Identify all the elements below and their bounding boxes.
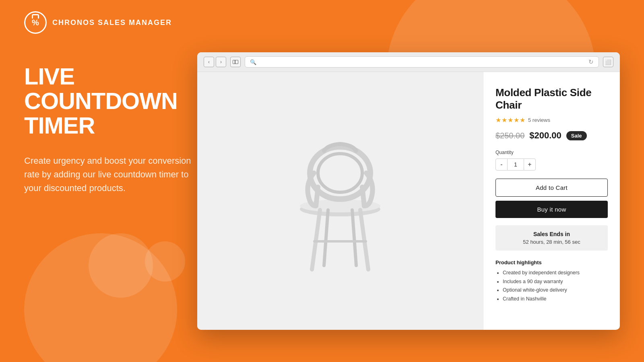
headline-line1: LIVE COUNTDOWN <box>24 63 178 114</box>
share-button[interactable]: ⬜ <box>603 57 613 67</box>
highlights-title: Product highlights <box>495 259 608 265</box>
brand-name: CHRONOS SALES MANAGER <box>52 19 172 27</box>
highlights-list: Created by independent designers Include… <box>495 269 608 302</box>
highlight-item-1: Created by independent designers <box>503 269 608 277</box>
price-row: $250.00 $200.00 Sale <box>495 130 608 141</box>
svg-line-6 <box>324 210 328 265</box>
buy-now-button[interactable]: Buy it now <box>495 201 608 218</box>
logo-percent-symbol: % <box>32 18 39 27</box>
reload-icon: ↻ <box>588 58 594 66</box>
search-icon: 🔍 <box>250 59 256 65</box>
price-current: $200.00 <box>529 130 561 141</box>
quantity-label: Quantity <box>495 150 608 155</box>
svg-line-7 <box>352 210 356 265</box>
quantity-increase-button[interactable]: + <box>524 158 536 171</box>
bg-blob-4 <box>89 233 153 298</box>
countdown-title: Sales Ends in <box>501 231 602 237</box>
sidebar-icon <box>233 60 238 64</box>
share-icon: ⬜ <box>605 59 611 65</box>
highlight-item-4: Crafted in Nashville <box>503 296 608 303</box>
quantity-value: 1 <box>508 158 524 171</box>
svg-line-5 <box>360 210 368 269</box>
header: % CHRONOS SALES MANAGER <box>24 11 172 34</box>
quantity-selector: - 1 + <box>495 158 608 171</box>
countdown-box: Sales Ends in 52 hours, 28 min, 56 sec <box>495 225 608 251</box>
headline-line2: TIMER <box>24 112 95 138</box>
product-image-area <box>197 72 483 330</box>
browser-window: ‹ › 🔍 ↻ ⬜ <box>197 52 620 330</box>
sale-badge: Sale <box>566 131 587 140</box>
stars-row: ★★★★★ 5 reviews <box>495 116 608 124</box>
left-panel: LIVE COUNTDOWN TIMER Create urgency and … <box>24 64 201 195</box>
svg-point-3 <box>318 154 362 192</box>
highlight-item-2: Includes a 90 day warranty <box>503 278 608 286</box>
product-image-chair <box>272 117 409 286</box>
bg-blob-5 <box>145 241 185 282</box>
forward-button[interactable]: › <box>216 57 226 67</box>
back-button[interactable]: ‹ <box>204 57 214 67</box>
product-details-panel: Molded Plastic Side Chair ★★★★★ 5 review… <box>483 72 620 330</box>
quantity-decrease-button[interactable]: - <box>495 158 508 171</box>
stars-display: ★★★★★ <box>495 116 526 124</box>
price-original: $250.00 <box>495 131 524 140</box>
sidebar-toggle-button[interactable] <box>230 57 241 67</box>
countdown-time: 52 hours, 28 min, 56 sec <box>501 239 602 245</box>
headline: LIVE COUNTDOWN TIMER <box>24 64 201 138</box>
add-to-cart-button[interactable]: Add to Cart <box>495 179 608 197</box>
browser-content: Molded Plastic Side Chair ★★★★★ 5 review… <box>197 72 620 330</box>
highlight-item-3: Optional white-glove delivery <box>503 287 608 294</box>
review-count: 5 reviews <box>528 117 550 123</box>
browser-chrome: ‹ › 🔍 ↻ ⬜ <box>197 52 620 72</box>
address-bar[interactable]: 🔍 ↻ <box>245 56 599 68</box>
product-title: Molded Plastic Side Chair <box>495 86 608 111</box>
description-text: Create urgency and boost your conversion… <box>24 154 201 195</box>
logo-icon: % <box>24 11 47 34</box>
svg-line-4 <box>312 210 320 269</box>
nav-buttons: ‹ › <box>204 57 226 67</box>
